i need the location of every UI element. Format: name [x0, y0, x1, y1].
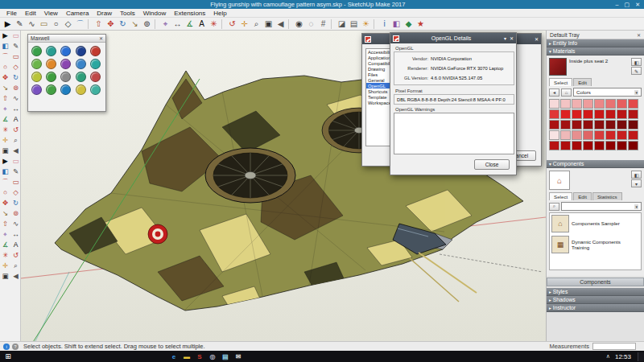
color-swatch[interactable]	[628, 120, 638, 130]
axes-tool-icon[interactable]: ✳	[208, 19, 220, 30]
eraser-tool-icon[interactable]: ▭	[10, 31, 21, 41]
color-swatch[interactable]	[605, 99, 616, 109]
color-swatch[interactable]	[605, 120, 616, 130]
text-tool-icon[interactable]: A	[10, 114, 21, 125]
color-swatch[interactable]	[572, 141, 582, 150]
maxwell-tool-8[interactable]	[76, 59, 86, 69]
rotate-tool-icon[interactable]: ↻	[10, 72, 21, 83]
create-material-button[interactable]: ✎	[631, 67, 642, 75]
color-swatch[interactable]	[628, 141, 638, 150]
color-swatch[interactable]	[617, 141, 627, 150]
color-swatch[interactable]	[628, 99, 638, 109]
maxwell-tool-10[interactable]	[31, 72, 42, 82]
opengl-warnings-box[interactable]	[394, 113, 514, 154]
taskbar-edge-icon[interactable]: e	[169, 352, 179, 361]
maxwell-tool-11[interactable]	[46, 72, 56, 82]
menu-edit[interactable]: Edit	[21, 10, 40, 17]
follow-me-tool-icon[interactable]: ∿	[10, 219, 21, 229]
dimension-tool-icon[interactable]: ↔	[10, 229, 21, 240]
rectangle-tool-icon[interactable]: ▭	[10, 177, 21, 187]
tape-measure-tool-icon[interactable]: ⌖	[159, 19, 171, 30]
menu-file[interactable]: File	[2, 10, 21, 17]
color-swatch[interactable]	[549, 141, 559, 150]
tab-select[interactable]: Select	[549, 192, 572, 200]
color-swatch[interactable]	[617, 109, 627, 119]
pan-tool-icon[interactable]: ✛	[0, 261, 10, 271]
components-dropdown[interactable]: ▾	[561, 202, 642, 211]
move-tool-icon[interactable]: ✥	[0, 72, 10, 83]
action-center-button[interactable]	[638, 352, 644, 361]
zoom-extents-tool-icon[interactable]: ▣	[262, 19, 275, 30]
menu-window[interactable]: Window	[139, 10, 170, 17]
maxwell-tool-0[interactable]	[31, 46, 42, 56]
opengl-titlebar[interactable]: OpenGL Details ▾ ✕	[390, 33, 516, 43]
pan-tool-icon[interactable]: ✛	[0, 135, 10, 146]
line-tool-icon[interactable]: ✎	[10, 41, 21, 51]
color-swatch[interactable]	[560, 99, 571, 109]
color-swatch[interactable]	[560, 109, 571, 119]
maxwell-tool-1[interactable]	[46, 46, 56, 56]
maxwell-tool-12[interactable]	[60, 72, 71, 82]
color-swatch[interactable]	[617, 130, 627, 140]
offset-tool-icon[interactable]: ⊚	[10, 208, 21, 219]
close-button[interactable]: Close	[474, 159, 510, 170]
select-tool-icon[interactable]: ▶	[0, 156, 10, 167]
axes-tool-icon[interactable]: ✳	[0, 250, 10, 261]
section-plane-tool-icon[interactable]: ◪	[336, 19, 348, 30]
color-swatch[interactable]	[583, 130, 593, 140]
menu-camera[interactable]: Camera	[62, 10, 93, 17]
view-options-button[interactable]: ▾	[631, 179, 642, 187]
push-pull-tool-icon[interactable]: ⇧	[93, 19, 105, 30]
tape-measure-tool-icon[interactable]: ⌖	[0, 104, 10, 114]
maxwell-tool-3[interactable]	[76, 46, 86, 56]
menu-extensions[interactable]: Extensions	[170, 10, 209, 17]
panel-shadows[interactable]: ▸ Shadows	[547, 296, 644, 304]
paint-bucket-tool-icon[interactable]: ◧	[0, 41, 10, 51]
component-item[interactable]: ▦ Dynamic Components Training	[550, 234, 641, 255]
color-swatch[interactable]	[549, 120, 559, 130]
push-pull-tool-icon[interactable]: ⇧	[0, 219, 10, 229]
back-arrow-icon[interactable]: ◂	[549, 88, 559, 97]
offset-tool-icon[interactable]: ⊚	[141, 19, 153, 30]
color-swatch[interactable]	[605, 141, 616, 150]
rotate-tool-icon[interactable]: ↻	[117, 19, 129, 30]
color-swatch[interactable]	[583, 141, 593, 150]
menu-help[interactable]: Help	[209, 10, 230, 17]
protractor-tool-icon[interactable]: ∡	[0, 240, 10, 250]
taskbar-settings-icon[interactable]: ◎	[208, 352, 217, 361]
rectangle-tool-icon[interactable]: ▭	[38, 19, 50, 30]
tray-header[interactable]: Default Tray ✕	[547, 31, 644, 39]
previous-view-tool-icon[interactable]: ◀	[275, 19, 287, 30]
color-swatch[interactable]	[617, 99, 627, 109]
color-swatch[interactable]	[572, 130, 582, 140]
taskbar-clock[interactable]: 12:53	[615, 353, 631, 360]
color-swatch[interactable]	[549, 109, 559, 119]
color-swatch[interactable]	[594, 109, 605, 119]
color-swatch[interactable]	[560, 120, 571, 130]
maxwell-tool-4[interactable]	[90, 46, 101, 56]
select-tool-icon[interactable]: ▶	[2, 19, 14, 30]
paint-bucket-tool-icon[interactable]: ◧	[0, 167, 10, 177]
follow-me-tool-icon[interactable]: ∿	[10, 93, 21, 104]
arc-tool-icon[interactable]: ⌒	[0, 177, 10, 187]
maxwell-tool-13[interactable]	[76, 72, 86, 82]
line-tool-icon[interactable]: ✎	[10, 167, 21, 177]
help-icon[interactable]: ?	[12, 343, 19, 350]
rotate-tool-icon[interactable]: ↻	[10, 198, 21, 208]
color-swatch[interactable]	[594, 99, 605, 109]
freehand-tool-icon[interactable]: ∿	[26, 19, 38, 30]
pan-tool-icon[interactable]: ✛	[238, 19, 250, 30]
arc-tool-icon[interactable]: ⌒	[74, 19, 86, 30]
maxwell-tool-14[interactable]	[90, 72, 101, 82]
select-tool-icon[interactable]: ▶	[0, 31, 10, 41]
color-swatch[interactable]	[549, 130, 559, 140]
zoom-tool-icon[interactable]: ⌕	[10, 261, 21, 271]
circle-tool-icon[interactable]: ○	[0, 187, 10, 198]
materials-tool-icon[interactable]: ◧	[390, 19, 402, 30]
minimize-icon[interactable]: –	[616, 2, 619, 8]
polygon-tool-icon[interactable]: ◇	[10, 62, 21, 72]
eraser-tool-icon[interactable]: ▭	[10, 156, 21, 167]
orbit-tool-icon[interactable]: ↺	[226, 19, 238, 30]
scale-tool-icon[interactable]: ↘	[0, 83, 10, 93]
axes-tool-icon[interactable]: ✳	[0, 125, 10, 135]
